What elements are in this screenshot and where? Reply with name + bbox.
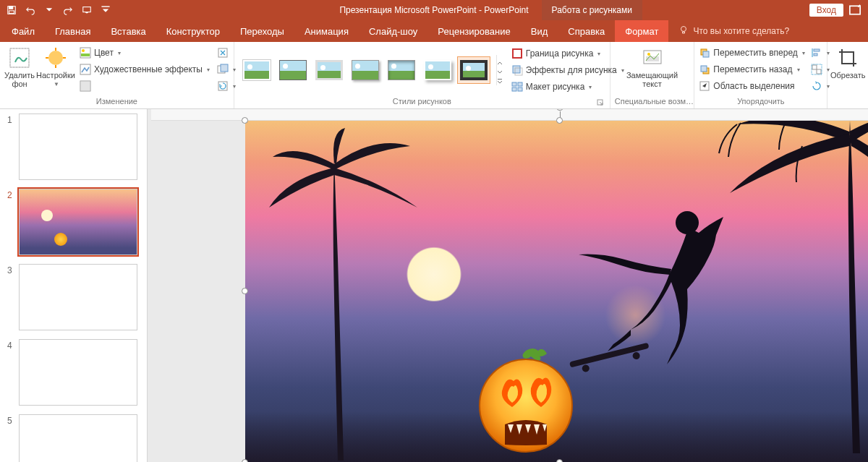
crop-button[interactable]: Обрезать xyxy=(831,45,864,80)
undo-dropdown[interactable] xyxy=(41,1,58,19)
title-bar: Презентация Microsoft PowerPoint - Power… xyxy=(0,0,868,20)
crop-label: Обрезать xyxy=(830,71,866,80)
tab-home[interactable]: Главная xyxy=(45,20,101,42)
tab-slideshow[interactable]: Слайд-шоу xyxy=(359,20,427,42)
tab-transitions[interactable]: Переходы xyxy=(230,20,294,42)
style-thumb-1[interactable] xyxy=(240,56,273,84)
selection-pane-icon xyxy=(699,80,710,92)
send-backward-label: Переместить назад xyxy=(713,64,792,74)
tab-picture-format[interactable]: Формат xyxy=(615,20,668,42)
group-arrange: Переместить вперед▾ Переместить назад▾ О… xyxy=(694,42,827,108)
tab-design[interactable]: Конструктор xyxy=(156,20,230,42)
quick-access-toolbar xyxy=(0,1,117,19)
align-icon xyxy=(811,47,822,59)
style-thumb-6[interactable] xyxy=(421,56,454,84)
slide-number: 3 xyxy=(7,264,14,275)
remove-background-button[interactable]: Удалить фон xyxy=(4,45,35,88)
palm-tree-left xyxy=(265,128,425,461)
contextual-tab-header: Работа с рисунками xyxy=(542,0,642,20)
send-backward-button[interactable]: Переместить назад▾ xyxy=(699,61,804,77)
tell-me-search[interactable]: Что вы хотите сделать? xyxy=(668,20,799,42)
picture-layout-button[interactable]: Макет рисунка▾ xyxy=(511,79,624,95)
compress-icon xyxy=(217,47,229,59)
sign-in-button[interactable]: Вход xyxy=(809,4,843,17)
slide-number: 2 xyxy=(7,189,14,200)
svg-point-16 xyxy=(82,49,85,52)
picture-effects-icon xyxy=(511,64,523,76)
svg-rect-30 xyxy=(512,87,516,91)
svg-rect-39 xyxy=(701,66,707,72)
transparency-button[interactable] xyxy=(80,78,210,94)
compress-pictures-button[interactable] xyxy=(217,45,236,61)
qat-customize-button[interactable] xyxy=(97,1,114,19)
slide-thumb-3[interactable]: 3 xyxy=(0,260,147,335)
svg-point-9 xyxy=(48,51,63,65)
svg-rect-2 xyxy=(9,11,14,14)
remove-background-icon xyxy=(8,46,31,69)
slide-thumb-2[interactable]: 2 xyxy=(0,184,147,260)
remove-background-label: Удалить фон xyxy=(4,71,35,88)
svg-point-35 xyxy=(647,53,650,56)
corrections-label: Настройки xyxy=(36,71,75,80)
color-button[interactable]: Цвет▾ xyxy=(80,45,210,61)
tell-me-placeholder: Что вы хотите сделать? xyxy=(693,26,789,36)
alt-text-button[interactable]: Замещающий текст xyxy=(624,45,681,88)
reset-picture-button[interactable]: ▾ xyxy=(217,78,236,94)
style-thumb-4[interactable] xyxy=(349,56,382,84)
picture-effects-button[interactable]: Эффекты для рисунка▾ xyxy=(511,62,624,78)
resize-handle-tm[interactable] xyxy=(556,117,563,124)
style-thumb-3[interactable] xyxy=(312,56,346,84)
save-button[interactable] xyxy=(3,1,20,19)
rotate-button[interactable]: ▾ xyxy=(811,78,830,94)
style-thumb-7[interactable] xyxy=(457,56,490,84)
resize-handle-bm[interactable] xyxy=(556,459,563,462)
tab-view[interactable]: Вид xyxy=(521,20,558,42)
picture-styles-gallery[interactable] xyxy=(239,55,492,85)
group-adjust-label: Изменение xyxy=(4,95,229,108)
group-size: Обрезать xyxy=(827,42,868,108)
resize-handle-bl[interactable] xyxy=(242,459,248,462)
tab-help[interactable]: Справка xyxy=(558,20,615,42)
workspace: 1 2 3 4 5 xyxy=(0,109,868,462)
resize-handle-ml[interactable] xyxy=(242,288,248,294)
selected-picture[interactable] xyxy=(245,121,868,462)
tab-review[interactable]: Рецензирование xyxy=(427,20,520,42)
change-picture-button[interactable]: ▾ xyxy=(217,61,236,77)
group-objects-button[interactable]: ▾ xyxy=(811,61,830,77)
artistic-effects-button[interactable]: Художественные эффекты▾ xyxy=(80,61,210,77)
slide-thumb-1[interactable]: 1 xyxy=(0,109,147,184)
bring-forward-button[interactable]: Переместить вперед▾ xyxy=(699,45,804,61)
chevron-down-icon: ▾ xyxy=(802,50,805,56)
ribbon-display-options[interactable] xyxy=(848,3,862,17)
align-button[interactable]: ▾ xyxy=(811,45,830,61)
start-from-beginning-button[interactable] xyxy=(78,1,95,19)
picture-border-button[interactable]: Граница рисунка▾ xyxy=(511,46,624,61)
corrections-button[interactable]: Настройки ▼ xyxy=(38,45,74,87)
tab-file[interactable]: Файл xyxy=(0,20,45,42)
corrections-icon xyxy=(44,46,67,69)
tab-animations[interactable]: Анимация xyxy=(294,20,359,42)
svg-rect-25 xyxy=(513,49,522,58)
tab-insert[interactable]: Вставка xyxy=(101,20,156,42)
undo-button[interactable] xyxy=(22,1,39,19)
gallery-more-button[interactable] xyxy=(496,55,503,85)
svg-point-50 xyxy=(631,351,640,360)
svg-rect-26 xyxy=(513,66,520,73)
slide-thumbnail-pane[interactable]: 1 2 3 4 5 xyxy=(0,109,148,462)
selection-pane-button[interactable]: Область выделения xyxy=(699,78,804,94)
style-thumb-2[interactable] xyxy=(276,56,310,84)
resize-handle-tl[interactable] xyxy=(242,117,248,124)
dialog-launcher-icon[interactable] xyxy=(597,99,604,106)
slide-thumb-4[interactable]: 4 xyxy=(0,335,147,410)
slide-canvas[interactable] xyxy=(151,109,868,462)
style-thumb-5[interactable] xyxy=(385,56,418,84)
slide-preview xyxy=(19,414,137,462)
group-size-label xyxy=(832,95,864,108)
slide-thumb-5[interactable]: 5 xyxy=(0,410,147,462)
svg-rect-15 xyxy=(81,54,90,56)
chevron-down-icon: ▾ xyxy=(118,50,121,56)
transparency-icon xyxy=(80,80,91,92)
group-picture-styles-label: Стили рисунков xyxy=(239,95,605,108)
svg-rect-24 xyxy=(498,79,502,80)
redo-button[interactable] xyxy=(59,1,77,19)
